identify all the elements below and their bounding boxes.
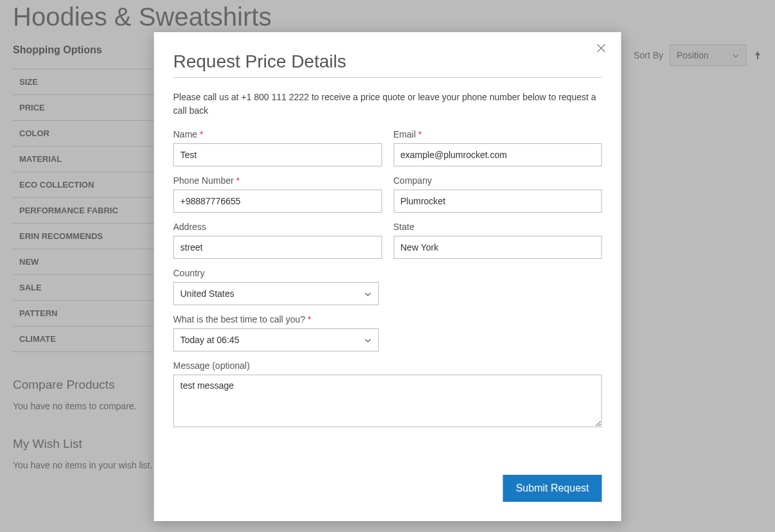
- company-input[interactable]: [393, 190, 602, 213]
- modal-title: Request Price Details: [174, 51, 602, 78]
- name-input[interactable]: [174, 143, 382, 166]
- message-textarea[interactable]: [174, 375, 602, 427]
- chevron-down-icon: [364, 336, 372, 344]
- modal-intro-text: Please call us at +1 800 111 2222 to rec…: [174, 91, 602, 118]
- company-label: Company: [393, 175, 602, 186]
- message-label: Message (optional): [174, 360, 602, 371]
- state-label: State: [393, 222, 602, 232]
- country-select[interactable]: United States: [174, 282, 379, 305]
- request-price-modal: Request Price Details Please call us at …: [154, 32, 621, 521]
- best-time-select[interactable]: Today at 06:45: [174, 328, 379, 351]
- chevron-down-icon: [364, 290, 372, 297]
- submit-request-button[interactable]: Submit Request: [503, 475, 602, 502]
- best-time-value: Today at 06:45: [181, 335, 240, 345]
- state-input[interactable]: [393, 236, 602, 259]
- country-label: Country: [174, 268, 379, 278]
- email-input[interactable]: [393, 143, 602, 166]
- phone-input[interactable]: [174, 190, 382, 213]
- phone-label: Phone Number *: [174, 175, 382, 186]
- email-label: Email *: [393, 129, 602, 139]
- address-input[interactable]: [174, 236, 382, 259]
- country-value: United States: [181, 288, 235, 299]
- close-button[interactable]: [596, 42, 609, 55]
- best-time-label: What is the best time to call you? *: [174, 314, 379, 324]
- name-label: Name *: [174, 129, 382, 139]
- address-label: Address: [174, 222, 382, 232]
